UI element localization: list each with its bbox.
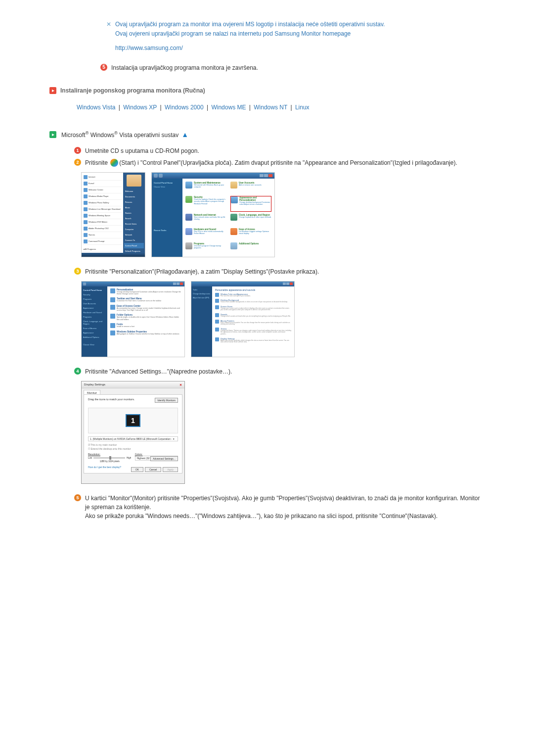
screenshot-start-menu: Internet E-mail Welcome Center Windows M… bbox=[81, 172, 145, 257]
link-me[interactable]: Windows ME bbox=[211, 104, 246, 111]
item-number-1: 1 bbox=[74, 147, 81, 154]
link-xp[interactable]: Windows XP bbox=[123, 104, 157, 111]
item-2-text: Pritisnite (Start) i "Control Panel"(Upr… bbox=[85, 158, 457, 167]
item-number-3: 3 bbox=[74, 268, 81, 275]
section-title: Instaliranje pogonskog programa monitora… bbox=[60, 87, 205, 94]
item-number-2: 2 bbox=[74, 159, 81, 166]
link-2000[interactable]: Windows 2000 bbox=[165, 104, 204, 111]
up-triangle-icon[interactable]: ▲ bbox=[181, 131, 188, 139]
certification-note: Ovaj upravljački program za monitor ima … bbox=[115, 20, 385, 53]
item-3-text: Pritisnite "Personalization"(Prilagođava… bbox=[85, 267, 319, 276]
screenshot-display-settings: Display Settings ✕ Monitor Drag the icon… bbox=[81, 381, 185, 484]
os-title: Microsoft® Windows® Vista operativni sus… bbox=[61, 131, 178, 139]
item-4-text: Pritisnite "Advanced Settings…"(Napredne… bbox=[85, 367, 232, 376]
note-x-icon: ✕ bbox=[106, 21, 111, 53]
start-orb-icon bbox=[110, 159, 118, 167]
samsung-link[interactable]: http://www.samsung.com/ bbox=[115, 44, 385, 53]
screenshot-control-panel: Control Panel Home Classic View Recent T… bbox=[151, 172, 275, 257]
section-arrow-icon: ▸ bbox=[49, 87, 56, 94]
item-number-5: 5 bbox=[74, 494, 81, 501]
link-linux[interactable]: Linux bbox=[295, 104, 310, 111]
step-number-5: 5 bbox=[100, 64, 107, 71]
screenshot-personalization: Tasks Change desktop icons Adjust font s… bbox=[191, 281, 295, 357]
link-vista[interactable]: Windows Vista bbox=[77, 104, 115, 111]
step-5-text: Instalacija upravljačkog programa monito… bbox=[111, 63, 258, 72]
item-1-text: Umetnite CD s uputama u CD-ROM pogon. bbox=[85, 146, 199, 155]
os-links-row: Windows Vista | Windows XP | Windows 200… bbox=[77, 104, 485, 111]
green-arrow-icon: ▸ bbox=[49, 131, 56, 138]
link-nt[interactable]: Windows NT bbox=[254, 104, 287, 111]
item-number-4: 4 bbox=[74, 368, 81, 375]
item-5-text: U kartici "Monitor"(Monitor) pritisnite … bbox=[85, 494, 485, 520]
screenshot-appearance-personalization: Control Panel Home Security Programs Use… bbox=[81, 281, 185, 357]
